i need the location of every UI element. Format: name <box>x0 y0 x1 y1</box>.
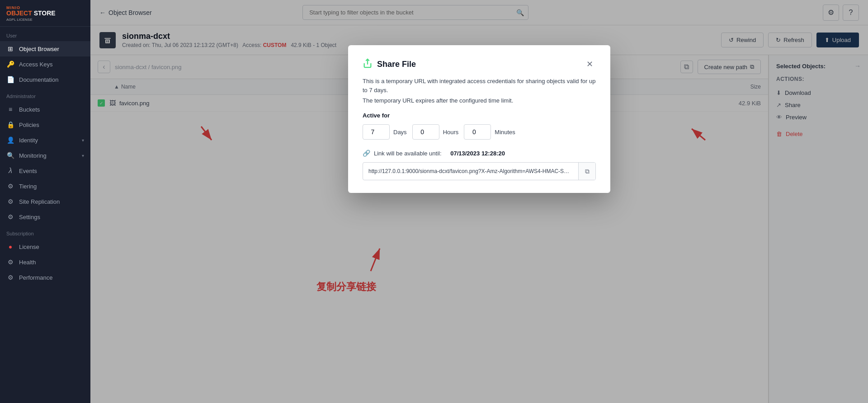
settings-icon: ⚙ <box>6 213 14 221</box>
sidebar-item-label: Performance <box>19 274 84 281</box>
logo-license: AGPL LICENSE <box>6 18 84 22</box>
sidebar-item-label: Identity <box>19 137 77 144</box>
tiering-icon: ⚙ <box>6 182 14 190</box>
sidebar-item-label: License <box>19 244 84 250</box>
sidebar-item-label: Events <box>19 168 84 174</box>
sidebar-item-access-keys[interactable]: 🔑 Access Keys <box>0 56 90 72</box>
sidebar-item-events[interactable]: λ Events <box>0 163 90 178</box>
hours-input[interactable] <box>412 124 439 140</box>
logo-object: OBJECT <box>6 9 32 17</box>
share-url: http://127.0.0.1:9000/sionma-dcxt/favico… <box>363 164 578 178</box>
sidebar-section-subscription: Subscription <box>0 225 90 239</box>
copy-url-icon: ⧉ <box>585 168 590 175</box>
buckets-icon: ≡ <box>6 105 14 113</box>
share-file-modal: Share File ✕ This is a temporary URL wit… <box>348 45 610 193</box>
sidebar-item-identity[interactable]: 👤 Identity ▾ <box>0 132 90 148</box>
link-date: 07/13/2023 12:28:20 <box>450 150 505 157</box>
modal-desc2: The temporary URL expires after the conf… <box>363 97 596 104</box>
minutes-input-group: Minutes <box>464 124 515 140</box>
main-content: ← Object Browser 🔍 ⚙ ? sionma-dcxt Creat… <box>90 0 868 403</box>
modal-close-button[interactable]: ✕ <box>583 58 596 70</box>
sidebar-item-performance[interactable]: ⚙ Performance <box>0 270 90 285</box>
lambda-icon: λ <box>6 167 14 175</box>
sidebar-item-label: Access Keys <box>19 61 84 68</box>
sidebar-item-license[interactable]: ● License <box>0 239 90 254</box>
sidebar-item-buckets[interactable]: ≡ Buckets <box>0 102 90 117</box>
days-input-group: Days <box>363 124 407 140</box>
sidebar-item-object-browser[interactable]: ⊞ Object Browser <box>0 41 90 56</box>
sidebar-item-settings[interactable]: ⚙ Settings <box>0 209 90 225</box>
sidebar: MINIO OBJECT STORE AGPL LICENSE User ⊞ O… <box>0 0 90 403</box>
key-icon: 🔑 <box>6 60 14 68</box>
sidebar-item-label: Buckets <box>19 106 84 113</box>
hours-label: Hours <box>443 129 459 136</box>
sidebar-item-documentation[interactable]: 📄 Documentation <box>0 72 90 87</box>
logo-title: OBJECT STORE <box>6 10 84 17</box>
modal-desc1: This is a temporary URL with integrated … <box>363 77 596 94</box>
url-row: http://127.0.0.1:9000/sionma-dcxt/favico… <box>363 162 596 180</box>
performance-icon: ⚙ <box>6 273 14 281</box>
time-inputs: Days Hours Minutes <box>363 124 596 140</box>
sidebar-item-label: Site Replication <box>19 198 84 205</box>
hours-input-group: Hours <box>412 124 459 140</box>
minutes-label: Minutes <box>495 129 515 136</box>
days-label: Days <box>393 129 407 136</box>
sidebar-item-monitoring[interactable]: 🔍 Monitoring ▾ <box>0 148 90 163</box>
minutes-input[interactable] <box>464 124 491 140</box>
sidebar-section-admin: Administrator <box>0 87 90 102</box>
doc-icon: 📄 <box>6 75 14 84</box>
sidebar-item-label: Monitoring <box>19 152 77 159</box>
user-icon: 👤 <box>6 136 14 144</box>
link-info: 🔗 Link will be available until: 07/13/20… <box>363 150 596 157</box>
lock-icon: 🔒 <box>6 121 14 129</box>
sidebar-item-label: Settings <box>19 214 84 220</box>
modal-title: Share File <box>377 60 579 69</box>
sidebar-item-site-replication[interactable]: ⚙ Site Replication <box>0 194 90 209</box>
days-input[interactable] <box>363 124 390 140</box>
share-modal-icon <box>363 58 373 70</box>
modal-overlay[interactable]: Share File ✕ This is a temporary URL wit… <box>90 0 868 403</box>
sidebar-item-health[interactable]: ⚙ Health <box>0 254 90 270</box>
modal-header: Share File ✕ <box>363 58 596 70</box>
license-icon: ● <box>6 243 14 251</box>
chevron-icon: ▾ <box>82 153 84 158</box>
link-icon: 🔗 <box>363 150 370 157</box>
sidebar-item-label: Documentation <box>19 76 84 83</box>
sidebar-item-policies[interactable]: 🔒 Policies <box>0 117 90 132</box>
logo: MINIO OBJECT STORE AGPL LICENSE <box>0 0 90 27</box>
link-available-label: Link will be available until: <box>374 150 442 157</box>
sidebar-section-user: User <box>0 27 90 41</box>
monitoring-icon: 🔍 <box>6 151 14 159</box>
health-icon: ⚙ <box>6 258 14 266</box>
sidebar-item-tiering[interactable]: ⚙ Tiering <box>0 178 90 194</box>
url-copy-button[interactable]: ⧉ <box>578 163 595 180</box>
active-for-label: Active for <box>363 112 596 119</box>
chevron-icon: ▾ <box>82 138 84 143</box>
sidebar-item-label: Tiering <box>19 183 84 190</box>
grid-icon: ⊞ <box>6 45 14 53</box>
sidebar-item-label: Policies <box>19 122 84 128</box>
sidebar-item-label: Health <box>19 259 84 266</box>
sidebar-item-label: Object Browser <box>19 46 84 52</box>
replication-icon: ⚙ <box>6 197 14 206</box>
